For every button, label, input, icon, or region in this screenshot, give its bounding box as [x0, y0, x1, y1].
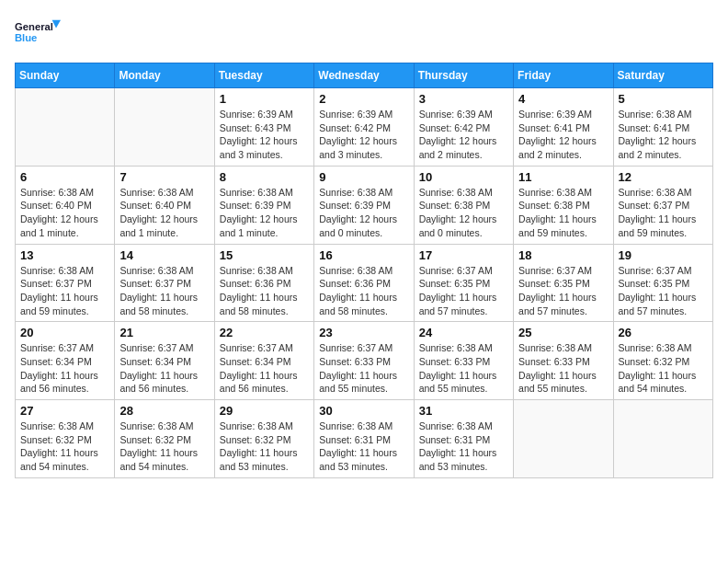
calendar-cell: 24Sunrise: 6:38 AMSunset: 6:33 PMDayligh… — [414, 322, 513, 400]
calendar-cell: 3Sunrise: 6:39 AMSunset: 6:42 PMDaylight… — [414, 88, 513, 167]
calendar-cell: 1Sunrise: 6:39 AMSunset: 6:43 PMDaylight… — [214, 88, 313, 167]
day-detail: Sunrise: 6:37 AMSunset: 6:34 PMDaylight:… — [20, 341, 109, 396]
day-detail: Sunrise: 6:39 AMSunset: 6:41 PMDaylight:… — [518, 108, 608, 162]
calendar-cell: 14Sunrise: 6:38 AMSunset: 6:37 PMDayligh… — [115, 244, 214, 322]
calendar-cell: 10Sunrise: 6:38 AMSunset: 6:38 PMDayligh… — [414, 166, 513, 244]
day-detail: Sunrise: 6:38 AMSunset: 6:31 PMDaylight:… — [319, 419, 408, 474]
calendar-cell: 30Sunrise: 6:38 AMSunset: 6:31 PMDayligh… — [314, 400, 414, 478]
day-detail: Sunrise: 6:37 AMSunset: 6:35 PMDaylight:… — [518, 264, 608, 318]
svg-text:Blue: Blue — [15, 32, 37, 43]
day-number: 1 — [220, 92, 309, 106]
weekday-header-thursday: Thursday — [414, 63, 513, 88]
day-detail: Sunrise: 6:38 AMSunset: 6:37 PMDaylight:… — [119, 264, 209, 318]
weekday-header-tuesday: Tuesday — [214, 63, 313, 88]
calendar-cell: 16Sunrise: 6:38 AMSunset: 6:36 PMDayligh… — [314, 244, 414, 322]
day-detail: Sunrise: 6:37 AMSunset: 6:34 PMDaylight:… — [119, 341, 209, 396]
day-number: 2 — [319, 92, 408, 106]
day-number: 5 — [619, 92, 708, 106]
day-number: 14 — [119, 248, 209, 262]
day-detail: Sunrise: 6:38 AMSunset: 6:37 PMDaylight:… — [20, 264, 109, 318]
calendar-cell: 27Sunrise: 6:38 AMSunset: 6:32 PMDayligh… — [16, 400, 115, 478]
day-number: 22 — [220, 326, 309, 339]
calendar-week-1: 1Sunrise: 6:39 AMSunset: 6:43 PMDaylight… — [16, 88, 713, 167]
calendar-cell — [115, 88, 214, 167]
day-detail: Sunrise: 6:38 AMSunset: 6:40 PMDaylight:… — [20, 186, 109, 240]
day-number: 17 — [419, 248, 508, 262]
day-detail: Sunrise: 6:37 AMSunset: 6:35 PMDaylight:… — [419, 264, 508, 318]
day-number: 13 — [20, 248, 109, 262]
svg-marker-2 — [52, 20, 61, 29]
logo: General Blue — [15, 15, 61, 52]
day-detail: Sunrise: 6:38 AMSunset: 6:39 PMDaylight:… — [319, 186, 408, 240]
calendar-cell: 26Sunrise: 6:38 AMSunset: 6:32 PMDayligh… — [613, 322, 712, 400]
calendar-cell: 28Sunrise: 6:38 AMSunset: 6:32 PMDayligh… — [115, 400, 214, 478]
calendar-week-3: 13Sunrise: 6:38 AMSunset: 6:37 PMDayligh… — [16, 244, 713, 322]
day-detail: Sunrise: 6:37 AMSunset: 6:35 PMDaylight:… — [619, 264, 708, 318]
day-detail: Sunrise: 6:38 AMSunset: 6:40 PMDaylight:… — [119, 186, 209, 240]
day-detail: Sunrise: 6:38 AMSunset: 6:36 PMDaylight:… — [319, 264, 408, 318]
day-number: 11 — [518, 170, 608, 184]
day-detail: Sunrise: 6:38 AMSunset: 6:32 PMDaylight:… — [119, 419, 209, 474]
day-detail: Sunrise: 6:37 AMSunset: 6:33 PMDaylight:… — [319, 341, 408, 396]
calendar-table: SundayMondayTuesdayWednesdayThursdayFrid… — [15, 63, 713, 478]
logo-icon: General Blue — [15, 15, 61, 52]
weekday-header-row: SundayMondayTuesdayWednesdayThursdayFrid… — [16, 63, 713, 88]
day-number: 23 — [319, 326, 408, 339]
calendar-cell: 5Sunrise: 6:38 AMSunset: 6:41 PMDaylight… — [613, 88, 712, 167]
day-number: 15 — [220, 248, 309, 262]
day-number: 12 — [619, 170, 708, 184]
calendar-cell: 13Sunrise: 6:38 AMSunset: 6:37 PMDayligh… — [16, 244, 115, 322]
day-number: 28 — [119, 404, 209, 418]
calendar-cell — [16, 88, 115, 167]
day-detail: Sunrise: 6:39 AMSunset: 6:42 PMDaylight:… — [319, 108, 408, 162]
calendar-cell: 21Sunrise: 6:37 AMSunset: 6:34 PMDayligh… — [115, 322, 214, 400]
calendar-cell: 29Sunrise: 6:38 AMSunset: 6:32 PMDayligh… — [214, 400, 313, 478]
weekday-header-saturday: Saturday — [613, 63, 712, 88]
calendar-cell: 19Sunrise: 6:37 AMSunset: 6:35 PMDayligh… — [613, 244, 712, 322]
day-number: 26 — [619, 326, 708, 339]
calendar-cell: 23Sunrise: 6:37 AMSunset: 6:33 PMDayligh… — [314, 322, 414, 400]
calendar-cell: 7Sunrise: 6:38 AMSunset: 6:40 PMDaylight… — [115, 166, 214, 244]
calendar-cell: 31Sunrise: 6:38 AMSunset: 6:31 PMDayligh… — [414, 400, 513, 478]
calendar-cell: 25Sunrise: 6:38 AMSunset: 6:33 PMDayligh… — [514, 322, 613, 400]
day-detail: Sunrise: 6:38 AMSunset: 6:33 PMDaylight:… — [419, 341, 508, 396]
calendar-cell: 20Sunrise: 6:37 AMSunset: 6:34 PMDayligh… — [16, 322, 115, 400]
weekday-header-wednesday: Wednesday — [314, 63, 414, 88]
day-detail: Sunrise: 6:38 AMSunset: 6:38 PMDaylight:… — [518, 186, 608, 240]
day-number: 4 — [518, 92, 608, 106]
day-number: 6 — [20, 170, 109, 184]
calendar-week-5: 27Sunrise: 6:38 AMSunset: 6:32 PMDayligh… — [16, 400, 713, 478]
day-detail: Sunrise: 6:39 AMSunset: 6:42 PMDaylight:… — [419, 108, 508, 162]
calendar-cell: 9Sunrise: 6:38 AMSunset: 6:39 PMDaylight… — [314, 166, 414, 244]
day-number: 10 — [419, 170, 508, 184]
weekday-header-friday: Friday — [514, 63, 613, 88]
weekday-header-sunday: Sunday — [16, 63, 115, 88]
calendar-week-4: 20Sunrise: 6:37 AMSunset: 6:34 PMDayligh… — [16, 322, 713, 400]
calendar-cell: 12Sunrise: 6:38 AMSunset: 6:37 PMDayligh… — [613, 166, 712, 244]
day-detail: Sunrise: 6:38 AMSunset: 6:41 PMDaylight:… — [619, 108, 708, 162]
calendar-cell: 2Sunrise: 6:39 AMSunset: 6:42 PMDaylight… — [314, 88, 414, 167]
calendar-cell — [613, 400, 712, 478]
calendar-cell — [514, 400, 613, 478]
calendar-cell: 4Sunrise: 6:39 AMSunset: 6:41 PMDaylight… — [514, 88, 613, 167]
calendar-cell: 6Sunrise: 6:38 AMSunset: 6:40 PMDaylight… — [16, 166, 115, 244]
day-number: 31 — [419, 404, 508, 418]
day-detail: Sunrise: 6:38 AMSunset: 6:36 PMDaylight:… — [220, 264, 309, 318]
calendar-cell: 8Sunrise: 6:38 AMSunset: 6:39 PMDaylight… — [214, 166, 313, 244]
day-detail: Sunrise: 6:38 AMSunset: 6:38 PMDaylight:… — [419, 186, 508, 240]
page-header: General Blue — [15, 15, 713, 52]
calendar-cell: 11Sunrise: 6:38 AMSunset: 6:38 PMDayligh… — [514, 166, 613, 244]
day-number: 27 — [20, 404, 109, 418]
day-number: 20 — [20, 326, 109, 339]
day-number: 21 — [119, 326, 209, 339]
day-number: 9 — [319, 170, 408, 184]
day-number: 19 — [619, 248, 708, 262]
day-detail: Sunrise: 6:37 AMSunset: 6:34 PMDaylight:… — [220, 341, 309, 396]
day-detail: Sunrise: 6:38 AMSunset: 6:39 PMDaylight:… — [220, 186, 309, 240]
svg-text:General: General — [15, 21, 53, 32]
day-detail: Sunrise: 6:39 AMSunset: 6:43 PMDaylight:… — [220, 108, 309, 162]
calendar-cell: 18Sunrise: 6:37 AMSunset: 6:35 PMDayligh… — [514, 244, 613, 322]
calendar-cell: 17Sunrise: 6:37 AMSunset: 6:35 PMDayligh… — [414, 244, 513, 322]
calendar-week-2: 6Sunrise: 6:38 AMSunset: 6:40 PMDaylight… — [16, 166, 713, 244]
weekday-header-monday: Monday — [115, 63, 214, 88]
